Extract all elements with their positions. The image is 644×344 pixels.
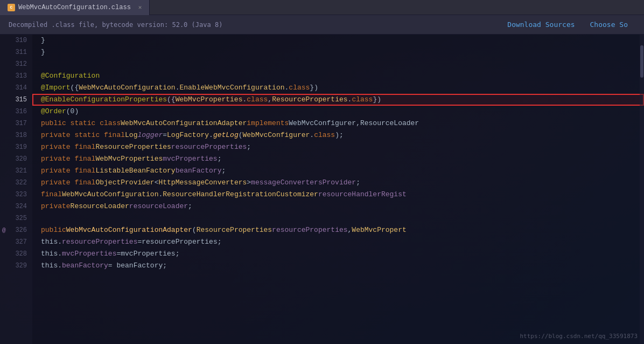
file-tab[interactable]: C WebMvcAutoConfiguration.class ✕ [0,0,150,15]
line-number: 317 [0,118,32,129]
code-line: public static class WebMvcAutoConfigurat… [32,118,644,129]
code-token: LogFactory [167,129,209,141]
code-token: = beanFactory; [108,260,167,272]
code-line: private final ObjectProvider<HttpMessage… [32,177,644,189]
line-number: 319 [0,141,32,153]
code-token: = [137,236,142,248]
code-token: }) [310,82,318,94]
code-token: ObjectProvider [95,177,154,189]
scrollbar-thumb[interactable] [640,45,643,78]
code-token: = [116,248,121,260]
watermark: https://blog.csdn.net/qq_33591873 [520,333,638,340]
code-token: ({ [71,82,79,94]
close-icon[interactable]: ✕ [138,4,142,11]
code-token: this. [41,260,62,272]
line-number: 324 [0,201,32,212]
code-line: @EnableConfigurationProperties({WebMvcPr… [32,94,644,106]
code-token: beanFactory [62,260,108,272]
info-text: Decompiled .class file, bytecode version… [9,21,222,29]
code-token: @Configuration [41,70,100,82]
code-token: WebMvcProperties [176,94,243,106]
code-token: private [41,201,71,212]
code-token: . [310,129,314,141]
code-token: this. [41,236,62,248]
code-token: ResourceHandlerRegistrationCustomizer [163,189,318,201]
code-token: , [356,118,360,129]
code-token: getLog [213,129,239,141]
code-token: WebMvcAutoConfigurationAdapter [66,224,192,236]
code-token: . [158,189,163,201]
code-token: , [268,94,272,106]
code-token: ( [192,224,197,236]
code-token: . [285,82,289,94]
code-token: public [41,224,66,236]
code-token: messageConvertersProvider [251,177,356,189]
tab-label: WebMvcAutoConfiguration.class [18,4,131,11]
line-number: 310 [0,35,32,46]
code-token: . [176,82,180,94]
choose-sources-button[interactable]: Choose So [583,18,635,31]
code-token: . [242,94,247,106]
code-token: }) [373,94,381,106]
code-area[interactable]: } } @Configuration@Import({WebMvcAutoCon… [32,35,644,344]
code-line: @Order(0) [32,106,644,118]
code-token: resourceProperties [171,141,247,153]
line-number: 314 [0,82,32,94]
line-number: 316 [0,106,32,118]
code-token: resourceProperties; [142,236,221,248]
code-token: @Import [41,82,71,94]
code-token: = [163,129,167,141]
code-token: ({ [167,94,176,106]
code-token: this. [41,248,62,260]
line-number: 322 [0,177,32,189]
scrollbar[interactable] [640,35,644,344]
code-line: this.mvcProperties = mvcProperties; [32,248,644,260]
code-line: private static final Log logger = LogFac… [32,129,644,141]
code-token: mvcProperties [163,153,217,165]
line-number: 325 [0,212,32,224]
line-number: 323 [0,189,32,201]
code-line: final WebMvcAutoConfiguration.ResourceHa… [32,189,644,201]
code-token: ResourceLoader [71,201,129,212]
code-line: } [32,35,644,46]
code-token: final [41,189,62,201]
line-number: 313 [0,70,32,82]
code-token: implements [247,118,289,129]
code-token: WebMvcPropert [352,224,406,236]
line-number: 328 [0,248,32,260]
code-token: private static final [41,129,125,141]
line-number: 311 [0,46,32,58]
code-token: class [314,129,335,141]
code-token: @Order [41,106,66,118]
info-actions: Download Sources Choose So [500,18,635,31]
code-token: class [352,94,373,106]
code-token: ; [218,153,222,165]
code-token: private final [41,141,95,153]
code-token: ; [188,201,192,212]
code-token: beanFactory [176,165,222,177]
code-token: . [348,94,352,106]
code-line: @Import({WebMvcAutoConfiguration.EnableW… [32,82,644,94]
code-token: class [247,94,268,106]
code-line: private final WebMvcProperties mvcProper… [32,153,644,165]
code-token: public static class [41,118,121,129]
code-token: ( [239,129,243,141]
code-token: ; [356,177,360,189]
line-number: 326@ [0,224,32,236]
code-token: ResourceProperties [95,141,171,153]
code-token: } [41,46,45,58]
code-token: resourceProperties [62,236,137,248]
code-line: } [32,46,644,58]
editor-area: 3103113123133143153163173183193203213223… [0,35,644,344]
code-token: ; [221,165,226,177]
download-sources-button[interactable]: Download Sources [500,18,582,31]
code-line: this.beanFactory = beanFactory; [32,260,644,272]
line-number: 321 [0,165,32,177]
code-token: (0) [66,106,79,118]
code-token: ResourceLoader [360,118,419,129]
code-line: private ResourceLoader resourceLoader; [32,201,644,212]
code-token: WebMvcConfigurer [289,118,356,129]
code-token: ResourceProperties [197,224,272,236]
line-number: 318 [0,129,32,141]
code-token: WebMvcProperties [95,153,163,165]
